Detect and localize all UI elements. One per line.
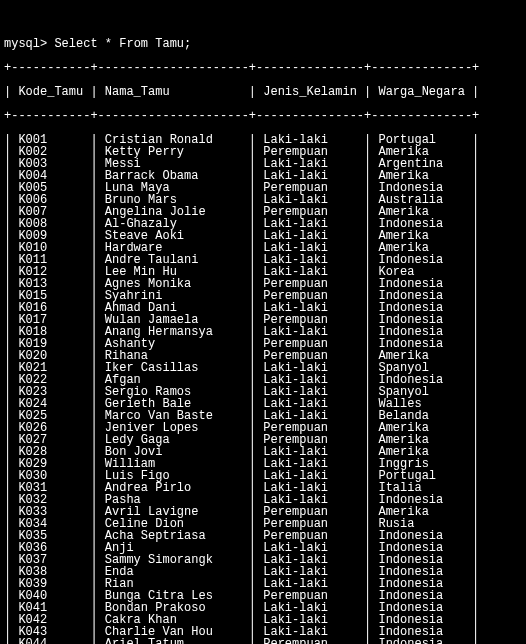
table-row: | K044 | Ariel Tatum | Perempuan | Indon… — [4, 638, 522, 644]
prompt-line[interactable]: mysql> Select * From Tamu; — [4, 38, 522, 50]
prompt: mysql> — [4, 37, 54, 51]
header-cell: | Kode_Tamu | Nama_Tamu | Jenis_Kelamin … — [4, 85, 479, 99]
mysql-terminal: mysql> Select * From Tamu; +-----------+… — [0, 24, 526, 644]
query: Select * From Tamu; — [54, 37, 191, 51]
table-border-top: +-----------+---------------------+-----… — [4, 62, 522, 74]
table-border-mid: +-----------+---------------------+-----… — [4, 110, 522, 122]
table-header-row: | Kode_Tamu | Nama_Tamu | Jenis_Kelamin … — [4, 86, 522, 98]
